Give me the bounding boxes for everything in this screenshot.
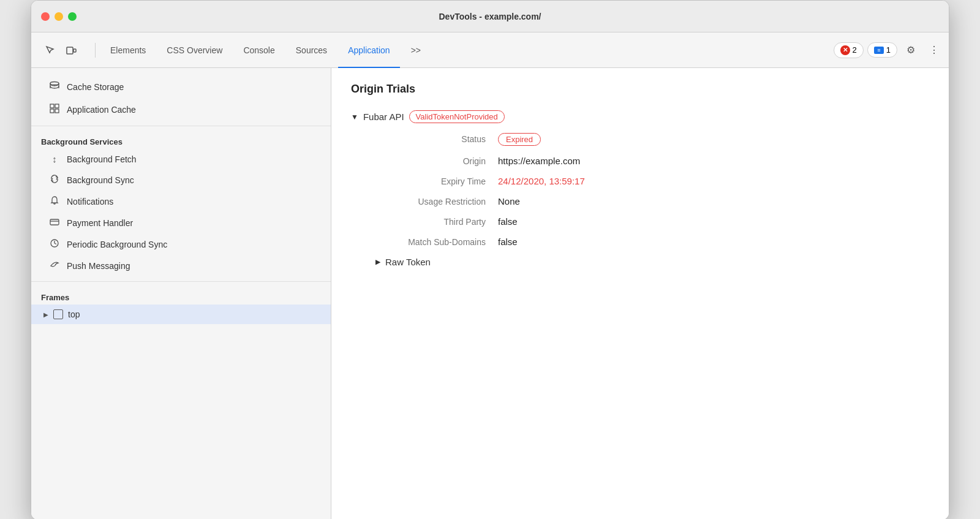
match-subdomains-label: Match Sub-Domains bbox=[375, 237, 498, 247]
window-controls bbox=[41, 12, 77, 21]
svg-point-2 bbox=[50, 82, 59, 85]
frame-window-icon bbox=[53, 309, 63, 319]
svg-rect-3 bbox=[50, 104, 54, 108]
svg-rect-5 bbox=[50, 109, 54, 113]
storage-section: Cache Storage Application Cache bbox=[31, 70, 331, 126]
payment-handler-icon bbox=[48, 217, 61, 229]
tab-css-overview[interactable]: CSS Overview bbox=[157, 32, 232, 68]
maximize-button[interactable] bbox=[68, 12, 77, 21]
tab-sources[interactable]: Sources bbox=[286, 32, 337, 68]
background-services-header: Background Services bbox=[31, 131, 331, 149]
third-party-label: Third Party bbox=[375, 217, 498, 227]
svg-rect-6 bbox=[55, 109, 59, 113]
error-circle-icon: ✕ bbox=[840, 45, 850, 55]
status-badge: Expired bbox=[498, 133, 541, 146]
expiry-label: Expiry Time bbox=[375, 176, 498, 186]
main-layout: Cache Storage Application Cache bbox=[31, 68, 949, 519]
frame-label: top bbox=[68, 309, 80, 319]
raw-token-expand-icon[interactable]: ▶ bbox=[375, 258, 380, 266]
svg-rect-4 bbox=[55, 104, 59, 108]
frames-section: Frames ▶ top bbox=[31, 282, 331, 329]
trial-group: ▼ Fubar API ValidTokenNotProvided Status… bbox=[351, 110, 929, 267]
sidebar-item-background-sync[interactable]: Background Sync bbox=[31, 169, 331, 191]
tabbar-icons bbox=[36, 41, 85, 59]
minimize-button[interactable] bbox=[55, 12, 63, 21]
error-count: 2 bbox=[853, 45, 857, 55]
sidebar-item-top-frame[interactable]: ▶ top bbox=[31, 305, 331, 324]
page-title: Origin Trials bbox=[351, 83, 929, 96]
sidebar-item-cache-storage[interactable]: Cache Storage bbox=[31, 75, 331, 98]
error-badge[interactable]: ✕ 2 bbox=[834, 42, 864, 58]
push-messaging-icon bbox=[48, 260, 61, 271]
tab-elements[interactable]: Elements bbox=[100, 32, 156, 68]
sidebar-item-push-messaging[interactable]: Push Messaging bbox=[31, 255, 331, 276]
trial-details: Status Expired Origin https://example.co… bbox=[375, 133, 929, 247]
background-fetch-icon: ↕ bbox=[48, 154, 61, 164]
sidebar: Cache Storage Application Cache bbox=[31, 68, 331, 519]
sidebar-item-payment-handler[interactable]: Payment Handler bbox=[31, 212, 331, 233]
info-count: 1 bbox=[886, 45, 891, 55]
sidebar-item-application-cache[interactable]: Application Cache bbox=[31, 98, 331, 121]
expiry-value: 24/12/2020, 13:59:17 bbox=[498, 176, 929, 186]
titlebar: DevTools - example.com/ bbox=[31, 1, 949, 32]
close-button[interactable] bbox=[41, 12, 50, 21]
third-party-value: false bbox=[498, 216, 929, 227]
trial-header: ▼ Fubar API ValidTokenNotProvided bbox=[351, 110, 929, 123]
raw-token-label: Raw Token bbox=[385, 257, 431, 267]
origin-label: Origin bbox=[375, 156, 498, 166]
background-sync-icon bbox=[48, 174, 61, 186]
inspect-icon[interactable] bbox=[41, 41, 59, 59]
tab-application[interactable]: Application bbox=[338, 32, 400, 68]
svg-rect-0 bbox=[67, 47, 73, 54]
devtools-window: DevTools - example.com/ Elements CSS Ove… bbox=[31, 0, 949, 519]
match-subdomains-value: false bbox=[498, 237, 929, 247]
tabbar: Elements CSS Overview Console Sources Ap… bbox=[31, 32, 949, 68]
raw-token-row: ▶ Raw Token bbox=[375, 257, 929, 267]
svg-line-11 bbox=[55, 243, 56, 244]
cache-storage-icon bbox=[48, 80, 61, 93]
usage-label: Usage Restriction bbox=[375, 197, 498, 206]
token-badge: ValidTokenNotProvided bbox=[409, 110, 505, 123]
trial-name: Fubar API bbox=[363, 112, 404, 122]
tab-console[interactable]: Console bbox=[233, 32, 284, 68]
notifications-icon bbox=[48, 195, 61, 207]
cache-storage-label: Cache Storage bbox=[67, 82, 124, 92]
more-options-button[interactable]: ⋮ bbox=[924, 40, 944, 60]
tabbar-right: ✕ 2 ≡ 1 ⚙ ⋮ bbox=[834, 40, 944, 60]
application-cache-label: Application Cache bbox=[67, 105, 136, 115]
background-services-section: Background Services ↕ Background Fetch bbox=[31, 126, 331, 282]
window-title: DevTools - example.com/ bbox=[439, 12, 541, 21]
svg-rect-7 bbox=[50, 219, 59, 225]
tab-divider bbox=[95, 43, 96, 58]
status-label: Status bbox=[375, 134, 498, 144]
content-area: Origin Trials ▼ Fubar API ValidTokenNotP… bbox=[331, 68, 949, 519]
tab-more[interactable]: >> bbox=[401, 32, 431, 68]
info-badge[interactable]: ≡ 1 bbox=[867, 42, 897, 58]
sidebar-item-periodic-background-sync[interactable]: Periodic Background Sync bbox=[31, 233, 331, 255]
usage-value: None bbox=[498, 196, 929, 206]
status-value: Expired bbox=[498, 133, 929, 146]
settings-button[interactable]: ⚙ bbox=[901, 40, 921, 60]
svg-rect-1 bbox=[74, 49, 76, 52]
frame-arrow-icon: ▶ bbox=[43, 311, 48, 318]
origin-value: https://example.com bbox=[498, 156, 929, 166]
application-cache-icon bbox=[48, 103, 61, 116]
frames-header: Frames bbox=[31, 287, 331, 305]
trial-expand-icon[interactable]: ▼ bbox=[351, 113, 358, 121]
info-icon: ≡ bbox=[874, 47, 884, 54]
sidebar-item-notifications[interactable]: Notifications bbox=[31, 191, 331, 212]
sidebar-item-background-fetch[interactable]: ↕ Background Fetch bbox=[31, 149, 331, 169]
device-icon[interactable] bbox=[62, 41, 80, 59]
periodic-sync-icon bbox=[48, 238, 61, 250]
